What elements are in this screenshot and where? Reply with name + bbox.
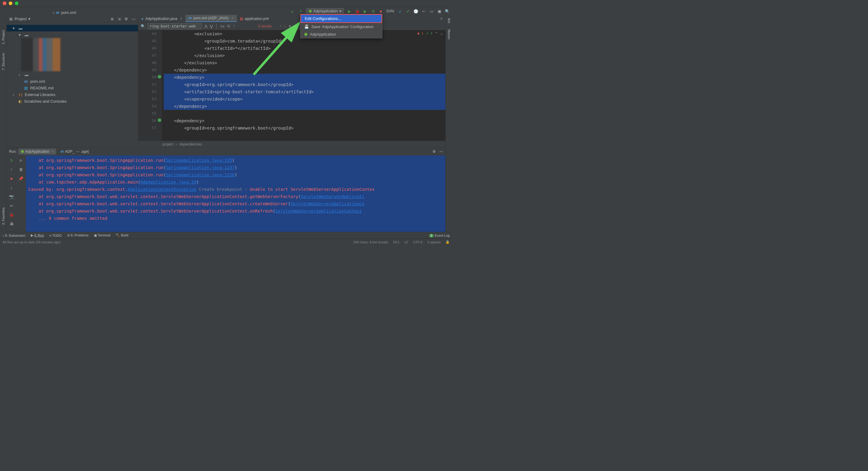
close-icon[interactable]: ×: [52, 150, 54, 154]
minimize-window-icon[interactable]: [9, 1, 12, 5]
editor-body[interactable]: ● 1 ✔ 3 ⌃ ⌄ 4445464748495051525354555657…: [138, 30, 445, 141]
down-icon[interactable]: ↓: [284, 24, 286, 28]
tree-file-pom[interactable]: mpom.xml: [7, 78, 138, 85]
next-icon[interactable]: ⋁: [210, 24, 213, 28]
down-icon[interactable]: ↓: [8, 184, 15, 191]
tree-external-libs[interactable]: ›⫿⫿External Libraries: [7, 91, 138, 98]
project-tree[interactable]: ▾▬ ▾▬ ›▬ mpom.xml ▦README.md ›⫿⫿External…: [7, 23, 138, 106]
sb-build[interactable]: 🔨 Build: [116, 233, 128, 237]
ant-tool-tab[interactable]: Ant: [447, 18, 451, 23]
tree-file-readme[interactable]: ▦README.md: [7, 85, 138, 91]
editor-breadcrumb[interactable]: project›dependencies: [138, 141, 445, 147]
rerun-icon[interactable]: ↻: [8, 157, 15, 164]
up-icon[interactable]: ↑: [280, 24, 281, 28]
tree-node[interactable]: ▾▬: [7, 31, 138, 38]
back-icon[interactable]: ↙: [290, 9, 295, 13]
run-tool-window: Run: ⬢AdpApplication× mADP_▪▪▪.age] ⚙ — …: [7, 147, 445, 237]
encoding[interactable]: UTF-8: [413, 240, 423, 244]
settings-gear-icon[interactable]: ⚙: [433, 150, 436, 154]
stop-icon[interactable]: ■: [378, 9, 383, 13]
forward-icon[interactable]: ↗: [298, 9, 303, 13]
trash-icon[interactable]: 🗑: [17, 166, 25, 173]
tool-window-bar: ↕ 9: Subversion ▶ 4: Run ≡ TODO ⊘ 6: Pro…: [0, 232, 452, 239]
maven-tool-tab[interactable]: Maven: [447, 29, 451, 39]
maximize-window-icon[interactable]: [15, 1, 19, 5]
sb-event-log[interactable]: 1 Event Log: [429, 234, 450, 237]
debug-icon[interactable]: 🐞: [355, 9, 360, 13]
chevron-up-icon[interactable]: ⌃: [435, 31, 438, 35]
close-window-icon[interactable]: [3, 1, 6, 5]
find-input[interactable]: [148, 23, 202, 29]
up-icon[interactable]: ↑: [8, 166, 15, 173]
debug-icon[interactable]: 🐞: [8, 211, 15, 218]
console-output[interactable]: at org.springframework.boot.SpringApplic…: [26, 156, 445, 237]
words-icon[interactable]: W: [227, 24, 230, 28]
project-tool-tab[interactable]: 1: Project: [1, 30, 5, 44]
adp-application-item[interactable]: ⬢ AdpApplication: [301, 31, 382, 38]
inspection-widget[interactable]: ● 1 ✔ 3 ⌃ ⌄: [417, 31, 442, 35]
structure-tool-tab[interactable]: 7: Structure: [1, 53, 5, 70]
exit-icon[interactable]: ⎋: [17, 157, 25, 164]
prev-icon[interactable]: ⋀: [205, 24, 208, 28]
update-icon[interactable]: ↙: [398, 9, 403, 13]
favorites-tool-tab[interactable]: 2: Favorites: [1, 208, 5, 225]
sb-run[interactable]: ▶ 4: Run: [31, 233, 44, 237]
lock-icon[interactable]: 🔓: [445, 240, 450, 244]
project-title: Project: [14, 17, 27, 21]
print-icon[interactable]: 🖶: [8, 220, 15, 227]
editor-area: ●AdpApplication.java× mpom.xml (ADP_JAVA…: [138, 15, 445, 147]
edit-configurations-item[interactable]: Edit Configurations...: [301, 14, 382, 23]
sb-todo[interactable]: ≡ TODO: [49, 234, 62, 237]
chevron-down-icon[interactable]: ▾: [28, 17, 31, 21]
spring-icon: ⬢: [304, 32, 307, 36]
indent[interactable]: 4 spaces: [427, 240, 441, 244]
close-find-icon[interactable]: ×: [437, 15, 445, 22]
chevron-down-icon[interactable]: ⌄: [440, 31, 442, 35]
code-content[interactable]: <exclusion> <groupId>com.teradata</group…: [162, 30, 445, 141]
pin-icon[interactable]: 📌: [17, 175, 25, 182]
tree-root[interactable]: ▾▬: [7, 25, 138, 31]
sb-problems[interactable]: ⊘ 6: Problems: [67, 233, 89, 237]
run-tab-adp[interactable]: ⬢AdpApplication×: [19, 149, 56, 155]
chevron-down-icon: ▾: [339, 9, 341, 13]
save-configuration-item[interactable]: 💾 Save 'AdpApplication' Configuration: [301, 23, 382, 31]
run-coverage-icon[interactable]: ▶: [363, 9, 368, 13]
regex-icon[interactable]: .*: [233, 24, 235, 28]
stop-icon[interactable]: ■: [8, 175, 15, 182]
settings-gear-icon[interactable]: ⚙: [124, 17, 128, 21]
expand-icon[interactable]: ⇲: [118, 17, 121, 21]
camera-icon[interactable]: 📷: [8, 193, 15, 200]
soft-wrap-icon[interactable]: ↩: [8, 202, 15, 209]
revert-icon[interactable]: ⤺: [421, 9, 426, 13]
tree-node[interactable]: ›▬: [7, 71, 138, 78]
vcs-label: SVN:: [386, 9, 395, 13]
caret-pos[interactable]: 50:1: [393, 240, 400, 244]
tree-scratches[interactable]: ◐Scratches and Consoles: [7, 98, 138, 104]
editor-tab-adpapplication[interactable]: ●AdpApplication.java×: [138, 15, 185, 22]
locate-icon[interactable]: ⊕: [111, 17, 114, 21]
editor-tab-pom[interactable]: mpom.xml (ADP_JAVA)×: [185, 15, 237, 22]
left-tool-stripe: 1: Project 7: Structure 2: Favorites: [0, 15, 7, 237]
status-msg: All files are up-to-date (24 minutes ago…: [2, 240, 61, 244]
save-label: Save 'AdpApplication' Configuration: [311, 25, 374, 29]
sb-svn[interactable]: ↕ 9: Subversion: [2, 234, 25, 237]
close-tab-icon[interactable]: ×: [180, 17, 182, 21]
match-case-icon[interactable]: Aa: [220, 24, 225, 28]
window-controls: [3, 1, 19, 5]
close-tab-icon[interactable]: ×: [231, 16, 234, 20]
filter-icon[interactable]: ▼: [288, 24, 292, 28]
profile-icon[interactable]: ◔: [371, 9, 375, 13]
run-config-selector[interactable]: ⬢ AdpApplication ▾: [306, 8, 344, 14]
history-icon[interactable]: 🕘: [413, 9, 418, 13]
search-everywhere-icon[interactable]: 🔍: [445, 9, 450, 13]
line-ending[interactable]: LF: [404, 240, 408, 244]
run-tab-other[interactable]: mADP_▪▪▪.age]: [58, 149, 91, 155]
ide-settings2-icon[interactable]: ▣: [437, 9, 442, 13]
ide-settings-icon[interactable]: ▭: [429, 9, 434, 13]
sb-terminal[interactable]: ▣ Terminal: [94, 233, 110, 237]
hide-icon[interactable]: —: [439, 150, 443, 154]
run-icon[interactable]: ▶: [347, 9, 352, 13]
hide-icon[interactable]: —: [132, 17, 135, 21]
commit-icon[interactable]: ✔: [406, 9, 410, 13]
editor-tab-yml[interactable]: ▦application.yml: [237, 15, 272, 22]
